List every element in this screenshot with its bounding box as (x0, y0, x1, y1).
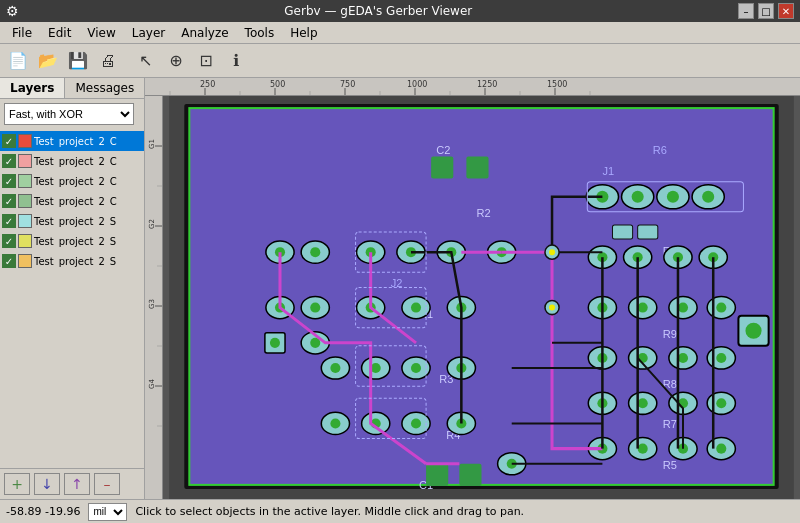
layer-item-0[interactable]: ✓Test_project_2_C (0, 131, 144, 151)
layer-name-1: Test_project_2_C (34, 156, 117, 167)
svg-text:G2: G2 (148, 219, 156, 229)
canvas-with-ruler: G1 G2 G3 G4 (145, 96, 800, 499)
svg-text:G4: G4 (148, 379, 156, 389)
svg-point-135 (638, 398, 648, 408)
render-mode-select[interactable]: Fast, with XORFastNormalHigh quality (4, 103, 134, 125)
svg-point-46 (632, 191, 644, 203)
layer-visibility-5[interactable]: ✓ (2, 234, 16, 248)
layer-item-4[interactable]: ✓Test_project_2_S (0, 211, 144, 231)
new-btn[interactable]: 📄 (4, 47, 32, 75)
close-button[interactable]: ✕ (778, 3, 794, 19)
move-down-btn[interactable]: ↓ (34, 473, 60, 495)
canvas-area: 250 500 750 1000 1250 1500 (145, 78, 800, 499)
layer-visibility-0[interactable]: ✓ (2, 134, 16, 148)
menu-item-view[interactable]: View (79, 24, 123, 42)
svg-text:R7: R7 (663, 418, 677, 430)
pcb-svg: R6 J1 C2 R2 (163, 96, 800, 499)
svg-point-111 (678, 303, 688, 313)
svg-rect-150 (612, 225, 632, 239)
layer-visibility-3[interactable]: ✓ (2, 194, 16, 208)
layer-visibility-6[interactable]: ✓ (2, 254, 16, 268)
status-message: Click to select objects in the active la… (135, 505, 524, 518)
layer-visibility-4[interactable]: ✓ (2, 214, 16, 228)
svg-text:1500: 1500 (547, 80, 567, 89)
svg-text:R5: R5 (663, 459, 677, 471)
svg-point-67 (310, 247, 320, 257)
svg-rect-20 (145, 96, 163, 499)
maximize-button[interactable]: □ (758, 3, 774, 19)
panel-tab-messages[interactable]: Messages (65, 78, 145, 98)
menubar: FileEditViewLayerAnalyzeToolsHelp (0, 22, 800, 44)
svg-text:G3: G3 (148, 299, 156, 309)
svg-text:250: 250 (200, 80, 215, 89)
unit-select[interactable]: milmmin (88, 503, 127, 521)
layer-item-3[interactable]: ✓Test_project_2_C (0, 191, 144, 211)
layer-name-0: Test_project_2_C (34, 136, 117, 147)
zoom-rect-btn[interactable]: ⊕ (162, 47, 190, 75)
svg-text:C2: C2 (436, 144, 450, 156)
svg-point-147 (716, 444, 726, 454)
svg-point-99 (330, 363, 340, 373)
layer-color-swatch-4 (18, 214, 32, 228)
menu-item-help[interactable]: Help (282, 24, 325, 42)
minimize-button[interactable]: – (738, 3, 754, 19)
layer-visibility-2[interactable]: ✓ (2, 174, 16, 188)
print-btn[interactable]: 🖨 (94, 47, 122, 75)
coordinates: -58.89 -19.96 (6, 505, 80, 518)
move-up-btn[interactable]: ↑ (64, 473, 90, 495)
svg-point-87 (411, 303, 421, 313)
menu-item-layer[interactable]: Layer (124, 24, 173, 42)
layer-color-swatch-0 (18, 134, 32, 148)
layer-item-6[interactable]: ✓Test_project_2_S (0, 251, 144, 271)
svg-text:750: 750 (340, 80, 355, 89)
menu-item-analyze[interactable]: Analyze (173, 24, 236, 42)
info-btn[interactable]: ℹ (222, 47, 250, 75)
layer-name-6: Test_project_2_S (34, 256, 116, 267)
svg-point-129 (678, 353, 688, 363)
svg-point-153 (549, 249, 555, 255)
left-ruler: G1 G2 G3 G4 (145, 96, 163, 499)
svg-rect-151 (638, 225, 658, 239)
svg-point-143 (638, 444, 648, 454)
svg-point-73 (270, 338, 280, 348)
svg-text:R2: R2 (476, 207, 490, 219)
svg-rect-0 (145, 78, 800, 96)
open-btn[interactable]: 📂 (34, 47, 62, 75)
menu-item-edit[interactable]: Edit (40, 24, 79, 42)
titlebar: ⚙ Gerbv — gEDA's Gerber Viewer – □ ✕ (0, 0, 800, 22)
layer-item-2[interactable]: ✓Test_project_2_C (0, 171, 144, 191)
layer-item-5[interactable]: ✓Test_project_2_S (0, 231, 144, 251)
save-btn[interactable]: 💾 (64, 47, 92, 75)
menu-item-file[interactable]: File (4, 24, 40, 42)
layer-item-1[interactable]: ✓Test_project_2_C (0, 151, 144, 171)
titlebar-title: Gerbv — gEDA's Gerber Viewer (284, 4, 472, 18)
render-mode-area: Fast, with XORFastNormalHigh quality (0, 99, 144, 129)
pcb-canvas[interactable]: R6 J1 C2 R2 (163, 96, 800, 499)
menu-item-tools[interactable]: Tools (237, 24, 283, 42)
svg-point-71 (310, 303, 320, 313)
svg-rect-41 (466, 156, 488, 178)
svg-point-155 (549, 305, 555, 311)
layer-visibility-1[interactable]: ✓ (2, 154, 16, 168)
svg-text:G1: G1 (148, 139, 156, 149)
svg-text:1250: 1250 (477, 80, 497, 89)
svg-text:R9: R9 (663, 328, 677, 340)
svg-point-48 (667, 191, 679, 203)
svg-point-50 (702, 191, 714, 203)
svg-point-117 (330, 418, 340, 428)
svg-point-139 (716, 398, 726, 408)
layer-name-3: Test_project_2_C (34, 196, 117, 207)
pointer-btn[interactable]: ↖ (132, 47, 160, 75)
svg-point-121 (411, 418, 421, 428)
svg-rect-40 (431, 156, 453, 178)
layer-name-5: Test_project_2_S (34, 236, 116, 247)
svg-text:1000: 1000 (407, 80, 427, 89)
svg-text:R6: R6 (653, 144, 667, 156)
svg-point-109 (638, 303, 648, 313)
layers-list: ✓Test_project_2_C✓Test_project_2_C✓Test_… (0, 129, 144, 468)
zoom-fit-btn[interactable]: ⊡ (192, 47, 220, 75)
panel-tab-layers[interactable]: Layers (0, 78, 65, 98)
layer-color-swatch-5 (18, 234, 32, 248)
add-layer-btn[interactable]: + (4, 473, 30, 495)
remove-layer-btn[interactable]: – (94, 473, 120, 495)
